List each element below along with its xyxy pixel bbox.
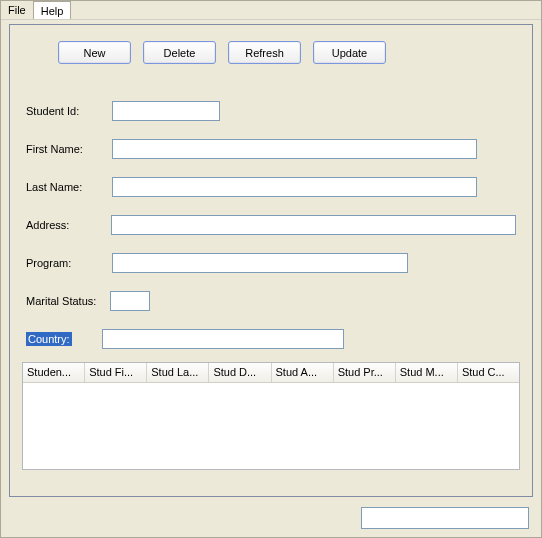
menubar: File Help	[1, 1, 541, 20]
col-d[interactable]: Stud D...	[209, 363, 271, 382]
toolbar: New Delete Refresh Update	[10, 25, 532, 64]
last-name-input[interactable]	[112, 177, 477, 197]
menu-help[interactable]: Help	[33, 1, 72, 19]
program-input[interactable]	[112, 253, 408, 273]
footer-input[interactable]	[361, 507, 529, 529]
col-first-name[interactable]: Stud Fi...	[85, 363, 147, 382]
data-table[interactable]: Studen... Stud Fi... Stud La... Stud D..…	[22, 362, 520, 470]
table-header-row: Studen... Stud Fi... Stud La... Stud D..…	[23, 363, 519, 383]
col-last-name[interactable]: Stud La...	[147, 363, 209, 382]
label-program: Program:	[26, 257, 112, 269]
new-button[interactable]: New	[58, 41, 131, 64]
main-window: File Help New Delete Refresh Update Stud…	[0, 0, 542, 538]
country-input[interactable]	[102, 329, 344, 349]
address-input[interactable]	[111, 215, 516, 235]
col-student-id[interactable]: Studen...	[23, 363, 85, 382]
col-marital[interactable]: Stud M...	[396, 363, 458, 382]
form-area: Student Id: First Name: Last Name: Addre…	[10, 64, 532, 350]
col-country[interactable]: Stud C...	[458, 363, 519, 382]
refresh-button[interactable]: Refresh	[228, 41, 301, 64]
delete-button[interactable]: Delete	[143, 41, 216, 64]
update-button[interactable]: Update	[313, 41, 386, 64]
marital-status-input[interactable]	[110, 291, 150, 311]
col-program[interactable]: Stud Pr...	[334, 363, 396, 382]
label-country: Country:	[26, 332, 72, 346]
first-name-input[interactable]	[112, 139, 477, 159]
label-last-name: Last Name:	[26, 181, 112, 193]
col-address[interactable]: Stud A...	[272, 363, 334, 382]
label-first-name: First Name:	[26, 143, 112, 155]
menu-file[interactable]: File	[1, 1, 33, 19]
label-marital-status: Marital Status:	[26, 295, 112, 307]
table-body	[23, 383, 519, 469]
label-address: Address:	[26, 219, 111, 231]
content-panel: New Delete Refresh Update Student Id: Fi…	[9, 24, 533, 497]
student-id-input[interactable]	[112, 101, 220, 121]
label-student-id: Student Id:	[26, 105, 112, 117]
